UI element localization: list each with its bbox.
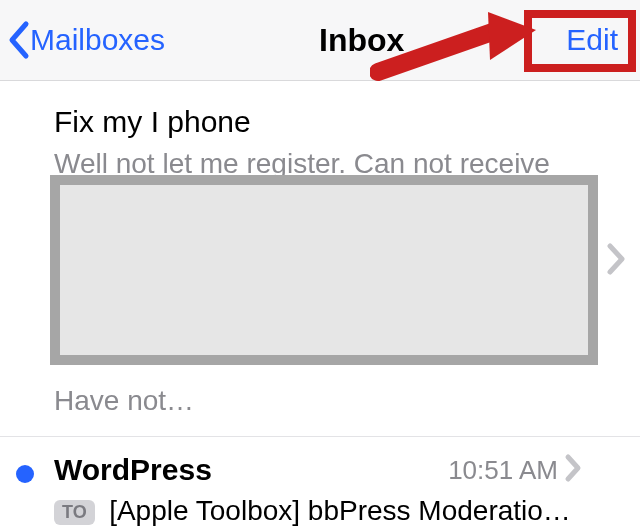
chevron-left-icon bbox=[6, 20, 32, 60]
to-badge: TO bbox=[54, 500, 95, 525]
mail-inbox-screen: Mailboxes Inbox Edit Fix my I phone Well… bbox=[0, 0, 640, 532]
chevron-right-icon bbox=[606, 242, 628, 276]
edit-highlight-box bbox=[524, 10, 636, 72]
page-title: Inbox bbox=[319, 22, 404, 59]
message-preview-continued: Have not… bbox=[54, 382, 584, 420]
redaction-box bbox=[50, 175, 598, 365]
message-sender: WordPress bbox=[54, 453, 212, 487]
message-subject: Fix my I phone bbox=[54, 103, 584, 141]
message-subject: [Apple Toolbox] bbPress Moderatio… bbox=[109, 495, 571, 526]
message-time: 10:51 AM bbox=[448, 455, 558, 486]
message-row[interactable]: WordPress 10:51 AM TO [Apple Toolbox] bb… bbox=[0, 437, 640, 532]
back-button[interactable]: Mailboxes bbox=[6, 20, 165, 60]
unread-dot-icon bbox=[16, 465, 34, 483]
chevron-right-icon bbox=[564, 453, 584, 487]
back-label: Mailboxes bbox=[30, 23, 165, 57]
